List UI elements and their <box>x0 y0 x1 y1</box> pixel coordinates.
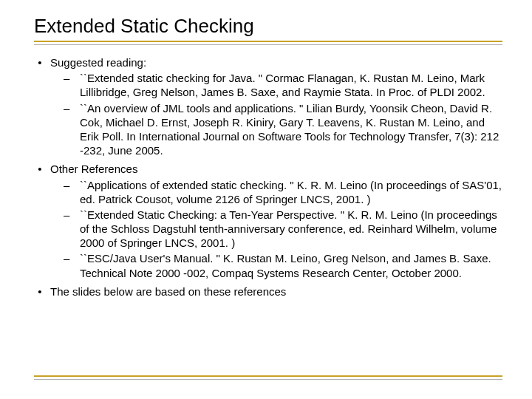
bullet-l2: – ``Extended Static Checking: a Ten-Year… <box>64 208 502 250</box>
bullet-text: Suggested reading: <box>50 55 502 69</box>
footer-divider-group <box>30 375 502 380</box>
bullet-marker: • <box>30 162 50 176</box>
bullet-l2: – ``Extended static checking for Java. "… <box>64 71 502 99</box>
bullet-text: ``Extended Static Checking: a Ten-Year P… <box>80 208 502 250</box>
bullet-text: ``Extended static checking for Java. " C… <box>80 71 502 99</box>
slide-title: Extended Static Checking <box>34 15 502 38</box>
bullet-text: ``Applications of extended static checki… <box>80 178 502 206</box>
bullet-marker: • <box>30 284 50 299</box>
dash-marker: – <box>64 178 80 206</box>
bullet-l1: • The slides below are based on these re… <box>30 284 502 299</box>
dash-marker: – <box>64 71 80 99</box>
dash-marker: – <box>64 251 80 279</box>
bullet-l2: – ``ESC/Java User's Manual. " K. Rustan … <box>64 251 502 279</box>
bullet-l2: – ``Applications of extended static chec… <box>64 178 502 206</box>
divider-gray-bottom <box>34 379 502 380</box>
dash-marker: – <box>64 208 80 250</box>
bullet-text: ``ESC/Java User's Manual. " K. Rustan M.… <box>80 251 502 279</box>
bullet-l1: • Suggested reading: <box>30 55 502 69</box>
divider-gray-top <box>34 44 502 45</box>
slide: Extended Static Checking • Suggested rea… <box>0 0 532 399</box>
bullet-text: ``An overview of JML tools and applicati… <box>80 101 502 158</box>
divider-gold-top <box>34 41 502 42</box>
bullet-l1: • Other References <box>30 162 502 176</box>
slide-body: • Suggested reading: – ``Extended static… <box>30 55 502 299</box>
dash-marker: – <box>64 101 80 158</box>
bullet-marker: • <box>30 55 50 69</box>
bullet-l2: – ``An overview of JML tools and applica… <box>64 101 502 158</box>
bullet-text: Other References <box>50 162 502 176</box>
bullet-text: The slides below are based on these refe… <box>50 284 502 299</box>
divider-gold-bottom <box>34 375 502 377</box>
